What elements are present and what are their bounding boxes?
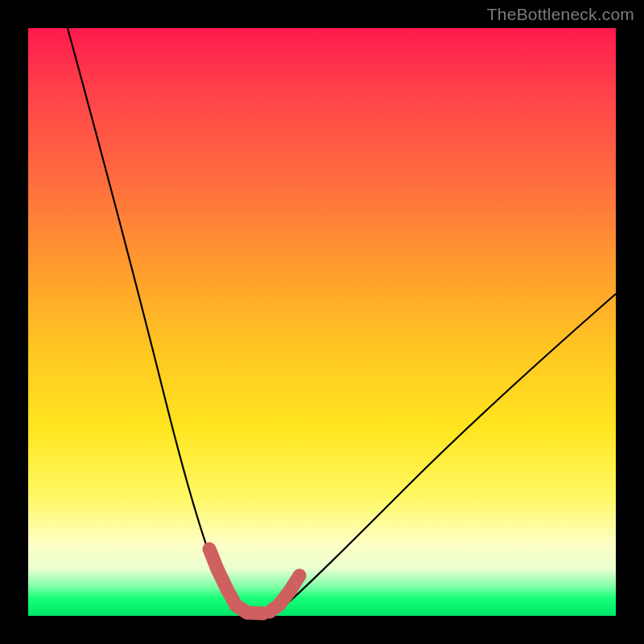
plot-area	[28, 28, 616, 616]
chart-frame: TheBottleneck.com	[0, 0, 644, 644]
curve-right	[279, 294, 616, 610]
svg-line-7	[290, 576, 299, 591]
svg-line-4	[247, 613, 263, 613]
curve-left	[68, 28, 239, 613]
watermark-text: TheBottleneck.com	[487, 5, 634, 24]
bottleneck-curve	[28, 28, 616, 616]
valley-marker	[209, 549, 299, 613]
